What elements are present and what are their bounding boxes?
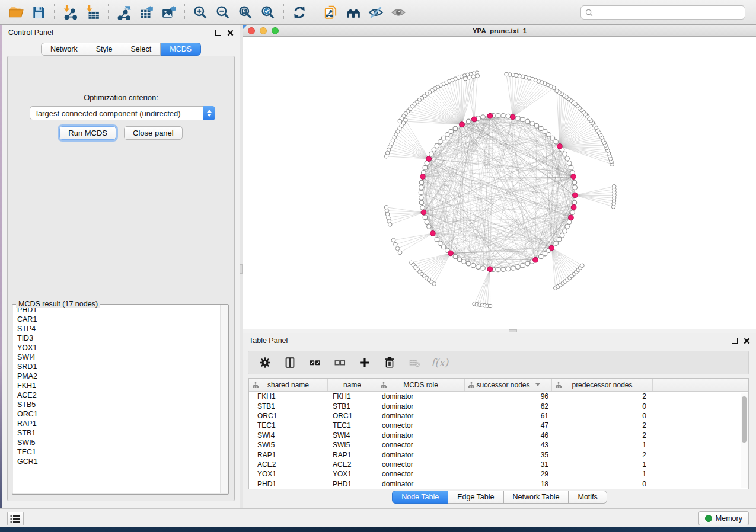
tab-style[interactable]: Style bbox=[87, 43, 122, 56]
graph-node[interactable] bbox=[432, 148, 436, 152]
mcds-result-item[interactable]: FKH1 bbox=[13, 381, 228, 390]
tab-mcds[interactable]: MCDS bbox=[161, 43, 201, 56]
select-all-icon[interactable] bbox=[307, 354, 323, 371]
graph-node[interactable] bbox=[521, 117, 525, 122]
network-graph[interactable] bbox=[243, 37, 756, 329]
graph-node[interactable] bbox=[543, 129, 547, 134]
graph-hub-node[interactable] bbox=[487, 267, 493, 272]
graph-node[interactable] bbox=[441, 136, 446, 140]
graph-node[interactable] bbox=[462, 259, 467, 264]
float-panel-icon[interactable] bbox=[215, 30, 221, 36]
graph-node[interactable] bbox=[427, 225, 432, 229]
graph-hub-node[interactable] bbox=[557, 143, 562, 149]
export-table-icon[interactable] bbox=[135, 2, 158, 23]
graph-node[interactable] bbox=[550, 136, 555, 140]
graph-node[interactable] bbox=[516, 265, 521, 270]
graph-node[interactable] bbox=[560, 233, 564, 238]
zoom-out-icon[interactable] bbox=[212, 2, 234, 23]
graph-hub-node[interactable] bbox=[448, 251, 454, 256]
graph-leaf-node[interactable] bbox=[398, 251, 402, 255]
graph-node[interactable] bbox=[471, 263, 476, 268]
zoom-in-icon[interactable] bbox=[189, 2, 212, 23]
graph-node[interactable] bbox=[543, 251, 547, 256]
graph-node[interactable] bbox=[573, 185, 578, 190]
graph-node[interactable] bbox=[453, 126, 458, 131]
table-row[interactable]: RAP1RAP1dominator352 bbox=[249, 450, 748, 459]
graph-node[interactable] bbox=[567, 161, 572, 166]
mcds-result-list[interactable]: PHD1CAR1STP4TID3YOX1SWI4SRD1PMA2FKH1ACE2… bbox=[13, 305, 228, 493]
splitter-grip[interactable] bbox=[509, 329, 517, 332]
table-row[interactable]: SWI5SWI5connector431 bbox=[249, 440, 748, 450]
graph-leaf-node[interactable] bbox=[464, 76, 468, 81]
graph-hub-node[interactable] bbox=[569, 215, 574, 220]
mcds-result-item[interactable]: SWI5 bbox=[13, 438, 228, 447]
graph-node[interactable] bbox=[420, 206, 425, 210]
delete-columns-icon[interactable] bbox=[381, 354, 398, 371]
table-row[interactable]: YOX1YOX1connector291 bbox=[249, 469, 748, 479]
graph-node[interactable] bbox=[506, 267, 511, 271]
import-network-icon[interactable] bbox=[59, 2, 81, 23]
table-row[interactable]: ACE2ACE2connector311 bbox=[249, 460, 748, 469]
graph-node[interactable] bbox=[538, 126, 543, 131]
column-header-name[interactable]: name bbox=[328, 379, 377, 391]
deselect-all-icon[interactable] bbox=[331, 354, 348, 371]
show-task-history-button[interactable] bbox=[7, 512, 24, 525]
zoom-selected-icon[interactable] bbox=[257, 2, 279, 23]
graph-node[interactable] bbox=[445, 133, 450, 137]
graph-node[interactable] bbox=[467, 119, 471, 124]
graph-leaf-node[interactable] bbox=[432, 282, 436, 286]
mcds-result-item[interactable]: SWI4 bbox=[13, 352, 228, 362]
table-scrollbar[interactable] bbox=[741, 393, 748, 488]
mcds-result-item[interactable]: SRD1 bbox=[13, 362, 228, 371]
graph-hub-node[interactable] bbox=[471, 117, 477, 122]
graph-hub-node[interactable] bbox=[420, 174, 425, 180]
graph-hub-node[interactable] bbox=[430, 231, 435, 236]
graph-hub-node[interactable] bbox=[426, 156, 432, 162]
search-input[interactable] bbox=[594, 8, 745, 17]
graph-node[interactable] bbox=[534, 124, 539, 129]
graph-node[interactable] bbox=[565, 156, 570, 161]
graph-node[interactable] bbox=[429, 152, 434, 156]
graph-node[interactable] bbox=[563, 152, 567, 156]
mcds-result-item[interactable]: TID3 bbox=[13, 334, 228, 343]
memory-button[interactable]: Memory bbox=[698, 511, 749, 525]
graph-leaf-node[interactable] bbox=[505, 72, 509, 76]
graph-node[interactable] bbox=[419, 190, 423, 195]
graph-node[interactable] bbox=[547, 133, 551, 137]
graph-leaf-node[interactable] bbox=[476, 74, 480, 78]
graph-leaf-node[interactable] bbox=[612, 184, 616, 188]
column-header-predecessor-nodes[interactable]: predecessor nodes bbox=[552, 379, 653, 391]
mcds-result-item[interactable]: RAP1 bbox=[13, 419, 228, 428]
graph-node[interactable] bbox=[506, 114, 511, 118]
graph-node[interactable] bbox=[496, 113, 500, 118]
mcds-result-item[interactable]: TEC1 bbox=[13, 447, 228, 457]
graph-node[interactable] bbox=[530, 121, 535, 126]
graph-leaf-node[interactable] bbox=[488, 304, 492, 308]
mcds-result-item[interactable]: STB1 bbox=[13, 428, 228, 438]
export-network-icon[interactable] bbox=[113, 2, 135, 23]
mcds-result-item[interactable]: GCR1 bbox=[13, 457, 228, 466]
graph-node[interactable] bbox=[441, 245, 446, 249]
graph-hub-node[interactable] bbox=[460, 122, 465, 127]
mcds-result-item[interactable]: STP4 bbox=[13, 324, 228, 334]
zoom-fit-icon[interactable] bbox=[234, 2, 257, 23]
graph-leaf-node[interactable] bbox=[384, 155, 388, 159]
close-panel-icon[interactable] bbox=[744, 338, 750, 344]
graph-node[interactable] bbox=[525, 261, 530, 266]
graph-leaf-node[interactable] bbox=[555, 89, 559, 93]
open-icon[interactable] bbox=[5, 2, 27, 23]
graph-node[interactable] bbox=[572, 180, 577, 185]
graph-node[interactable] bbox=[435, 237, 439, 242]
table-row[interactable]: PHD1PHD1dominator180 bbox=[249, 479, 748, 489]
table-row[interactable]: STB1STB1dominator620 bbox=[249, 401, 748, 411]
graph-leaf-node[interactable] bbox=[391, 238, 395, 242]
graph-node[interactable] bbox=[476, 265, 481, 270]
graph-node[interactable] bbox=[501, 267, 506, 272]
graph-node[interactable] bbox=[453, 254, 458, 259]
column-header-successor-nodes[interactable]: successor nodes bbox=[465, 379, 552, 391]
graph-node[interactable] bbox=[467, 261, 471, 266]
table-row[interactable]: SWI4SWI4dominator462 bbox=[249, 431, 748, 440]
graph-node[interactable] bbox=[521, 263, 525, 268]
graph-node[interactable] bbox=[423, 165, 428, 170]
column-header-MCDS-role[interactable]: MCDS role bbox=[377, 379, 465, 391]
